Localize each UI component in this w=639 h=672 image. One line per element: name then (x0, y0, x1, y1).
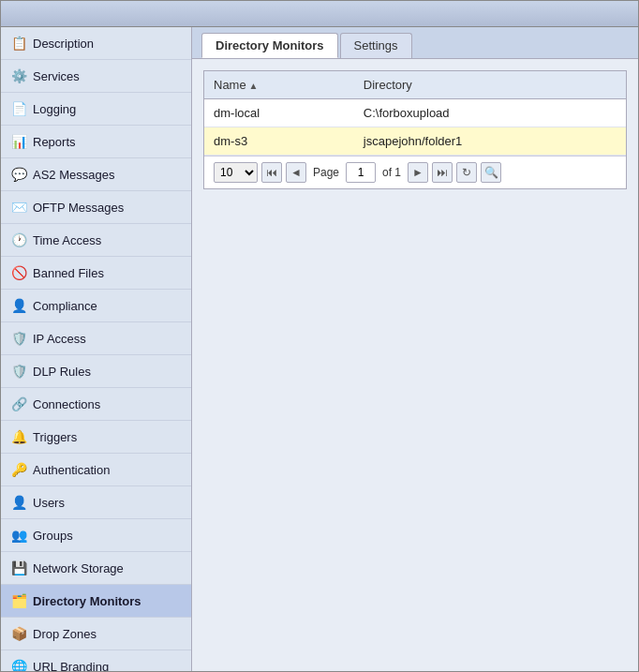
sidebar-item-drop-zones[interactable]: 📦Drop Zones (1, 618, 191, 650)
services-icon: ⚙️ (10, 67, 27, 84)
cell-directory-row1: C:\forboxupload (354, 99, 626, 127)
sidebar-label-network-storage: Network Storage (33, 561, 124, 575)
url-branding-icon: 🌐 (10, 658, 27, 671)
sidebar-label-time-access: Time Access (33, 233, 101, 247)
triggers-icon: 🔔 (10, 428, 27, 445)
directory-monitors-table: Name ▲Directory dm-localC:\forboxuploadd… (204, 71, 626, 156)
table-container: Name ▲Directory dm-localC:\forboxuploadd… (203, 70, 627, 189)
page-input[interactable] (346, 162, 376, 183)
sidebar-item-network-storage[interactable]: 💾Network Storage (1, 552, 191, 585)
sidebar-item-groups[interactable]: 👥Groups (1, 519, 191, 552)
compliance-icon: 👤 (10, 297, 27, 314)
main-window: 📋Description⚙️Services📄Logging📊Reports💬A… (0, 0, 639, 672)
groups-icon: 👥 (10, 527, 27, 544)
sidebar-item-as2-messages[interactable]: 💬AS2 Messages (1, 158, 191, 191)
sidebar-item-users[interactable]: 👤Users (1, 486, 191, 519)
sidebar-label-url-branding: URL Branding (33, 660, 109, 672)
col-header-name[interactable]: Name ▲ (204, 71, 354, 99)
first-page-button[interactable]: ⏮ (261, 162, 282, 183)
title-bar (1, 1, 638, 27)
next-page-button[interactable]: ► (408, 162, 428, 183)
sidebar-label-oftp-messages: OFTP Messages (33, 201, 124, 215)
sort-arrow-name: ▲ (246, 81, 259, 91)
content-area: 📋Description⚙️Services📄Logging📊Reports💬A… (1, 27, 638, 671)
directory-monitors-icon: 🗂️ (10, 592, 27, 609)
sidebar-item-url-branding[interactable]: 🌐URL Branding (1, 650, 191, 671)
sidebar-label-compliance: Compliance (33, 299, 97, 313)
network-storage-icon: 💾 (10, 560, 27, 576)
sidebar-item-logging[interactable]: 📄Logging (1, 93, 191, 126)
sidebar-item-dlp-rules[interactable]: 🛡️DLP Rules (1, 355, 191, 388)
sidebar-label-description: Description (33, 37, 94, 51)
prev-page-button[interactable]: ◄ (286, 162, 306, 183)
sidebar-item-compliance[interactable]: 👤Compliance (1, 290, 191, 322)
of-label: of 1 (382, 166, 401, 179)
sidebar: 📋Description⚙️Services📄Logging📊Reports💬A… (1, 27, 192, 671)
logging-icon: 📄 (10, 100, 27, 117)
page-label: Page (313, 166, 339, 179)
authentication-icon: 🔑 (10, 461, 27, 478)
pagination-bar: 102550100⏮◄Pageof 1►⏭↻🔍 (204, 156, 626, 188)
col-header-directory: Directory (354, 71, 626, 99)
main-panel: Directory MonitorsSettings Name ▲Directo… (192, 27, 638, 671)
sidebar-item-description[interactable]: 📋Description (1, 27, 191, 60)
ip-access-icon: 🛡️ (10, 330, 27, 347)
sidebar-item-services[interactable]: ⚙️Services (1, 60, 191, 93)
tab-content: Name ▲Directory dm-localC:\forboxuploadd… (192, 59, 638, 671)
page-size-select[interactable]: 102550100 (214, 162, 258, 183)
banned-files-icon: 🚫 (10, 264, 27, 281)
tabs-bar: Directory MonitorsSettings (192, 27, 638, 59)
sidebar-label-reports: Reports (33, 135, 76, 149)
sidebar-label-directory-monitors: Directory Monitors (33, 594, 141, 608)
sidebar-item-banned-files[interactable]: 🚫Banned Files (1, 257, 191, 290)
sidebar-item-time-access[interactable]: 🕐Time Access (1, 224, 191, 257)
sidebar-label-connections: Connections (33, 397, 100, 411)
cell-name-row2: dm-s3 (204, 127, 354, 156)
as2-messages-icon: 💬 (10, 166, 27, 183)
tab-directory-monitors[interactable]: Directory Monitors (201, 33, 338, 58)
sidebar-item-authentication[interactable]: 🔑Authentication (1, 454, 191, 486)
sidebar-item-connections[interactable]: 🔗Connections (1, 388, 191, 421)
oftp-messages-icon: ✉️ (10, 199, 27, 216)
time-access-icon: 🕐 (10, 231, 27, 248)
sidebar-item-ip-access[interactable]: 🛡️IP Access (1, 322, 191, 355)
sidebar-label-groups: Groups (33, 529, 73, 543)
sidebar-item-oftp-messages[interactable]: ✉️OFTP Messages (1, 191, 191, 224)
sidebar-label-as2-messages: AS2 Messages (33, 168, 114, 182)
cell-directory-row2: jscapejohn/folder1 (354, 127, 626, 156)
sidebar-label-authentication: Authentication (33, 463, 110, 477)
table-header: Name ▲Directory (204, 71, 626, 99)
table-row[interactable]: dm-localC:\forboxupload (204, 99, 626, 127)
last-page-button[interactable]: ⏭ (432, 162, 453, 183)
sidebar-label-logging: Logging (33, 102, 76, 116)
search-button[interactable]: 🔍 (481, 162, 501, 183)
sidebar-item-reports[interactable]: 📊Reports (1, 126, 191, 158)
sidebar-label-banned-files: Banned Files (33, 266, 104, 280)
sidebar-label-services: Services (33, 69, 80, 83)
table-body: dm-localC:\forboxuploaddm-s3jscapejohn/f… (204, 99, 626, 156)
sidebar-label-users: Users (33, 496, 65, 510)
reports-icon: 📊 (10, 133, 27, 150)
connections-icon: 🔗 (10, 396, 27, 412)
sidebar-item-triggers[interactable]: 🔔Triggers (1, 421, 191, 454)
dlp-rules-icon: 🛡️ (10, 363, 27, 380)
sidebar-label-dlp-rules: DLP Rules (33, 365, 91, 379)
description-icon: 📋 (10, 35, 27, 52)
sidebar-item-directory-monitors[interactable]: 🗂️Directory Monitors (1, 585, 191, 618)
header-row: Name ▲Directory (204, 71, 626, 99)
refresh-button[interactable]: ↻ (456, 162, 477, 183)
tab-settings[interactable]: Settings (340, 33, 412, 58)
sidebar-label-ip-access: IP Access (33, 332, 86, 346)
drop-zones-icon: 📦 (10, 625, 27, 642)
sidebar-label-drop-zones: Drop Zones (33, 627, 97, 641)
cell-name-row1: dm-local (204, 99, 354, 127)
sidebar-label-triggers: Triggers (33, 430, 77, 444)
table-row[interactable]: dm-s3jscapejohn/folder1 (204, 127, 626, 156)
users-icon: 👤 (10, 494, 27, 511)
